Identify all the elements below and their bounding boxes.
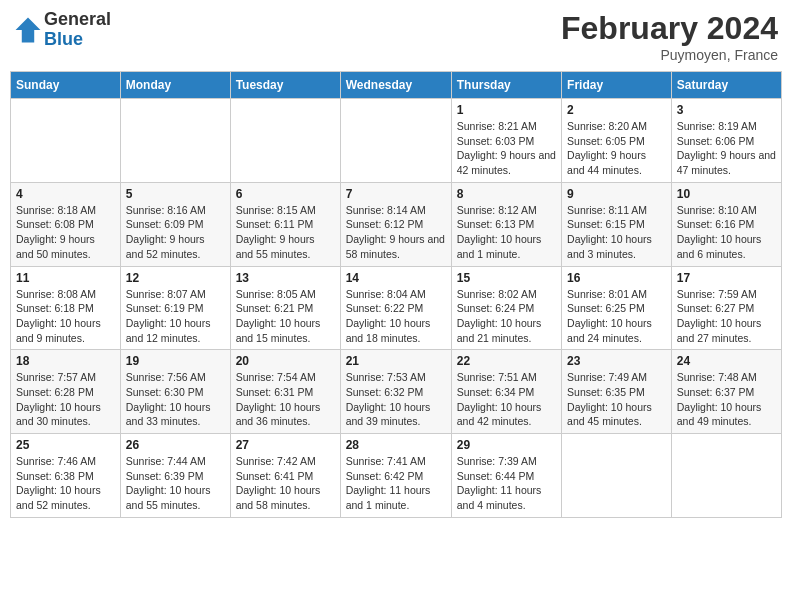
day-number: 3 (677, 103, 776, 117)
calendar-cell: 8Sunrise: 8:12 AM Sunset: 6:13 PM Daylig… (451, 182, 561, 266)
calendar-subtitle: Puymoyen, France (561, 47, 778, 63)
day-info: Sunrise: 8:20 AM Sunset: 6:05 PM Dayligh… (567, 119, 666, 178)
day-number: 1 (457, 103, 556, 117)
day-number: 12 (126, 271, 225, 285)
day-number: 26 (126, 438, 225, 452)
calendar-cell: 3Sunrise: 8:19 AM Sunset: 6:06 PM Daylig… (671, 99, 781, 183)
title-block: February 2024 Puymoyen, France (561, 10, 778, 63)
calendar-cell: 22Sunrise: 7:51 AM Sunset: 6:34 PM Dayli… (451, 350, 561, 434)
day-info: Sunrise: 7:44 AM Sunset: 6:39 PM Dayligh… (126, 454, 225, 513)
day-number: 5 (126, 187, 225, 201)
day-info: Sunrise: 7:49 AM Sunset: 6:35 PM Dayligh… (567, 370, 666, 429)
day-header-tuesday: Tuesday (230, 72, 340, 99)
day-info: Sunrise: 7:48 AM Sunset: 6:37 PM Dayligh… (677, 370, 776, 429)
day-number: 21 (346, 354, 446, 368)
day-info: Sunrise: 7:39 AM Sunset: 6:44 PM Dayligh… (457, 454, 556, 513)
day-info: Sunrise: 8:19 AM Sunset: 6:06 PM Dayligh… (677, 119, 776, 178)
day-header-saturday: Saturday (671, 72, 781, 99)
calendar-week-2: 11Sunrise: 8:08 AM Sunset: 6:18 PM Dayli… (11, 266, 782, 350)
day-number: 11 (16, 271, 115, 285)
calendar-cell: 29Sunrise: 7:39 AM Sunset: 6:44 PM Dayli… (451, 434, 561, 518)
day-info: Sunrise: 8:04 AM Sunset: 6:22 PM Dayligh… (346, 287, 446, 346)
calendar-week-4: 25Sunrise: 7:46 AM Sunset: 6:38 PM Dayli… (11, 434, 782, 518)
calendar-body: 1Sunrise: 8:21 AM Sunset: 6:03 PM Daylig… (11, 99, 782, 518)
calendar-table: SundayMondayTuesdayWednesdayThursdayFrid… (10, 71, 782, 518)
day-number: 20 (236, 354, 335, 368)
day-header-monday: Monday (120, 72, 230, 99)
calendar-cell (340, 99, 451, 183)
calendar-cell: 20Sunrise: 7:54 AM Sunset: 6:31 PM Dayli… (230, 350, 340, 434)
day-number: 19 (126, 354, 225, 368)
day-number: 2 (567, 103, 666, 117)
calendar-cell (11, 99, 121, 183)
day-info: Sunrise: 8:02 AM Sunset: 6:24 PM Dayligh… (457, 287, 556, 346)
day-info: Sunrise: 7:51 AM Sunset: 6:34 PM Dayligh… (457, 370, 556, 429)
day-number: 29 (457, 438, 556, 452)
calendar-cell: 26Sunrise: 7:44 AM Sunset: 6:39 PM Dayli… (120, 434, 230, 518)
calendar-cell: 1Sunrise: 8:21 AM Sunset: 6:03 PM Daylig… (451, 99, 561, 183)
day-info: Sunrise: 8:12 AM Sunset: 6:13 PM Dayligh… (457, 203, 556, 262)
svg-marker-0 (16, 17, 41, 42)
day-info: Sunrise: 8:15 AM Sunset: 6:11 PM Dayligh… (236, 203, 335, 262)
calendar-cell: 10Sunrise: 8:10 AM Sunset: 6:16 PM Dayli… (671, 182, 781, 266)
day-number: 10 (677, 187, 776, 201)
logo-text: General Blue (44, 10, 111, 50)
day-info: Sunrise: 8:10 AM Sunset: 6:16 PM Dayligh… (677, 203, 776, 262)
day-number: 23 (567, 354, 666, 368)
day-info: Sunrise: 7:42 AM Sunset: 6:41 PM Dayligh… (236, 454, 335, 513)
day-info: Sunrise: 8:14 AM Sunset: 6:12 PM Dayligh… (346, 203, 446, 262)
calendar-week-1: 4Sunrise: 8:18 AM Sunset: 6:08 PM Daylig… (11, 182, 782, 266)
day-info: Sunrise: 7:54 AM Sunset: 6:31 PM Dayligh… (236, 370, 335, 429)
day-header-sunday: Sunday (11, 72, 121, 99)
day-info: Sunrise: 7:56 AM Sunset: 6:30 PM Dayligh… (126, 370, 225, 429)
calendar-cell: 15Sunrise: 8:02 AM Sunset: 6:24 PM Dayli… (451, 266, 561, 350)
calendar-cell: 27Sunrise: 7:42 AM Sunset: 6:41 PM Dayli… (230, 434, 340, 518)
day-number: 7 (346, 187, 446, 201)
calendar-cell: 12Sunrise: 8:07 AM Sunset: 6:19 PM Dayli… (120, 266, 230, 350)
calendar-cell: 21Sunrise: 7:53 AM Sunset: 6:32 PM Dayli… (340, 350, 451, 434)
logo: General Blue (14, 10, 111, 50)
calendar-cell: 9Sunrise: 8:11 AM Sunset: 6:15 PM Daylig… (562, 182, 672, 266)
calendar-header: SundayMondayTuesdayWednesdayThursdayFrid… (11, 72, 782, 99)
day-number: 25 (16, 438, 115, 452)
calendar-cell: 7Sunrise: 8:14 AM Sunset: 6:12 PM Daylig… (340, 182, 451, 266)
day-info: Sunrise: 7:59 AM Sunset: 6:27 PM Dayligh… (677, 287, 776, 346)
calendar-cell: 18Sunrise: 7:57 AM Sunset: 6:28 PM Dayli… (11, 350, 121, 434)
day-number: 14 (346, 271, 446, 285)
day-info: Sunrise: 8:21 AM Sunset: 6:03 PM Dayligh… (457, 119, 556, 178)
calendar-cell: 28Sunrise: 7:41 AM Sunset: 6:42 PM Dayli… (340, 434, 451, 518)
logo-blue: Blue (44, 30, 111, 50)
calendar-cell: 5Sunrise: 8:16 AM Sunset: 6:09 PM Daylig… (120, 182, 230, 266)
page-header: General Blue February 2024 Puymoyen, Fra… (10, 10, 782, 63)
day-info: Sunrise: 8:11 AM Sunset: 6:15 PM Dayligh… (567, 203, 666, 262)
calendar-cell: 13Sunrise: 8:05 AM Sunset: 6:21 PM Dayli… (230, 266, 340, 350)
calendar-cell: 23Sunrise: 7:49 AM Sunset: 6:35 PM Dayli… (562, 350, 672, 434)
day-info: Sunrise: 8:05 AM Sunset: 6:21 PM Dayligh… (236, 287, 335, 346)
day-info: Sunrise: 8:16 AM Sunset: 6:09 PM Dayligh… (126, 203, 225, 262)
day-number: 9 (567, 187, 666, 201)
calendar-cell: 19Sunrise: 7:56 AM Sunset: 6:30 PM Dayli… (120, 350, 230, 434)
day-info: Sunrise: 8:01 AM Sunset: 6:25 PM Dayligh… (567, 287, 666, 346)
day-number: 17 (677, 271, 776, 285)
calendar-cell (230, 99, 340, 183)
day-header-wednesday: Wednesday (340, 72, 451, 99)
day-header-thursday: Thursday (451, 72, 561, 99)
day-number: 28 (346, 438, 446, 452)
day-info: Sunrise: 8:18 AM Sunset: 6:08 PM Dayligh… (16, 203, 115, 262)
calendar-week-3: 18Sunrise: 7:57 AM Sunset: 6:28 PM Dayli… (11, 350, 782, 434)
day-info: Sunrise: 7:57 AM Sunset: 6:28 PM Dayligh… (16, 370, 115, 429)
day-header-friday: Friday (562, 72, 672, 99)
calendar-cell: 14Sunrise: 8:04 AM Sunset: 6:22 PM Dayli… (340, 266, 451, 350)
day-info: Sunrise: 8:07 AM Sunset: 6:19 PM Dayligh… (126, 287, 225, 346)
day-info: Sunrise: 7:53 AM Sunset: 6:32 PM Dayligh… (346, 370, 446, 429)
day-number: 13 (236, 271, 335, 285)
day-number: 16 (567, 271, 666, 285)
logo-general: General (44, 10, 111, 30)
calendar-cell: 24Sunrise: 7:48 AM Sunset: 6:37 PM Dayli… (671, 350, 781, 434)
calendar-cell: 25Sunrise: 7:46 AM Sunset: 6:38 PM Dayli… (11, 434, 121, 518)
day-number: 24 (677, 354, 776, 368)
day-info: Sunrise: 8:08 AM Sunset: 6:18 PM Dayligh… (16, 287, 115, 346)
calendar-title: February 2024 (561, 10, 778, 47)
day-number: 4 (16, 187, 115, 201)
day-number: 22 (457, 354, 556, 368)
